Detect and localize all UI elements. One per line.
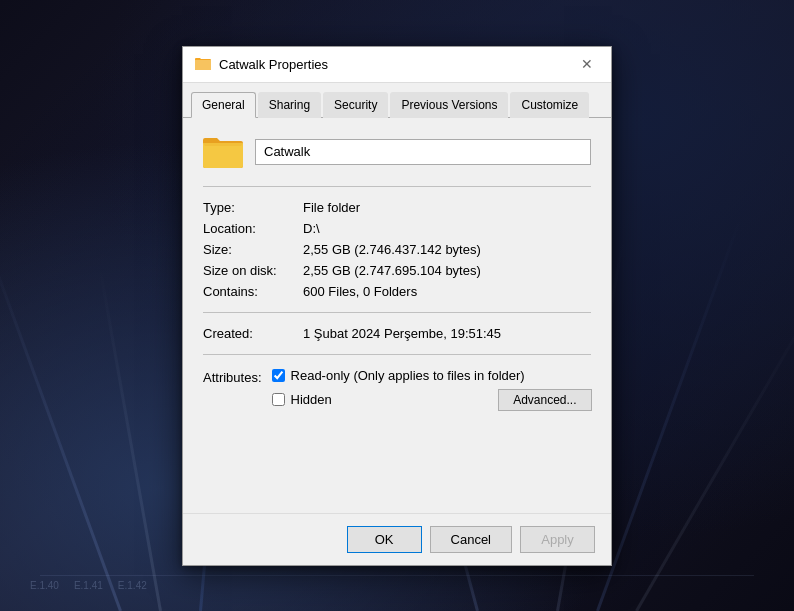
- readonly-label: Read-only (Only applies to files in fold…: [291, 368, 525, 383]
- floor-label-1: E.1.40: [30, 580, 59, 591]
- attributes-options: Read-only (Only applies to files in fold…: [272, 368, 592, 411]
- created-label: Created:: [203, 323, 303, 344]
- folder-name-input[interactable]: [255, 139, 591, 165]
- location-value: D:\: [303, 218, 591, 239]
- divider-3: [203, 354, 591, 355]
- properties-table: Type: File folder Location: D:\ Size: 2,…: [203, 197, 591, 302]
- tab-security[interactable]: Security: [323, 92, 388, 118]
- table-row: Created: 1 Şubat 2024 Perşembe, 19:51:45: [203, 323, 591, 344]
- close-button[interactable]: ✕: [575, 52, 599, 76]
- readonly-row: Read-only (Only applies to files in fold…: [272, 368, 592, 383]
- table-row: Location: D:\: [203, 218, 591, 239]
- hidden-label: Hidden: [291, 392, 332, 407]
- location-label: Location:: [203, 218, 303, 239]
- attributes-section: Attributes: Read-only (Only applies to f…: [203, 365, 591, 414]
- readonly-checkbox[interactable]: [272, 369, 285, 382]
- floor-label-2: E.1.41: [74, 580, 103, 591]
- title-bar-left: Catwalk Properties: [195, 56, 328, 72]
- folder-icon-large: [203, 134, 243, 170]
- floor-label-3: E.1.42: [118, 580, 147, 591]
- advanced-button[interactable]: Advanced...: [498, 389, 591, 411]
- folder-header: [203, 134, 591, 170]
- tabs-bar: General Sharing Security Previous Versio…: [183, 83, 611, 118]
- dialog-footer: OK Cancel Apply: [183, 513, 611, 565]
- tab-customize[interactable]: Customize: [510, 92, 589, 118]
- size-on-disk-label: Size on disk:: [203, 260, 303, 281]
- size-value: 2,55 GB (2.746.437.142 bytes): [303, 239, 591, 260]
- tab-general[interactable]: General: [191, 92, 256, 118]
- type-value: File folder: [303, 197, 591, 218]
- tab-sharing[interactable]: Sharing: [258, 92, 321, 118]
- created-table: Created: 1 Şubat 2024 Perşembe, 19:51:45: [203, 323, 591, 344]
- tab-previous-versions[interactable]: Previous Versions: [390, 92, 508, 118]
- type-label: Type:: [203, 197, 303, 218]
- table-row: Type: File folder: [203, 197, 591, 218]
- attributes-label: Attributes:: [203, 368, 272, 385]
- hidden-checkbox[interactable]: [272, 393, 285, 406]
- table-row: Size on disk: 2,55 GB (2.747.695.104 byt…: [203, 260, 591, 281]
- apply-button[interactable]: Apply: [520, 526, 595, 553]
- title-bar: Catwalk Properties ✕: [183, 47, 611, 83]
- table-row: Size: 2,55 GB (2.746.437.142 bytes): [203, 239, 591, 260]
- created-value: 1 Şubat 2024 Perşembe, 19:51:45: [303, 323, 591, 344]
- divider-1: [203, 186, 591, 187]
- floor-markings: E.1.40 E.1.41 E.1.42: [0, 575, 794, 591]
- cancel-button[interactable]: Cancel: [430, 526, 512, 553]
- dialog-title: Catwalk Properties: [219, 57, 328, 72]
- size-on-disk-value: 2,55 GB (2.747.695.104 bytes): [303, 260, 591, 281]
- divider-2: [203, 312, 591, 313]
- properties-dialog: Catwalk Properties ✕ General Sharing Sec…: [182, 46, 612, 566]
- hidden-row: Hidden Advanced...: [272, 389, 592, 411]
- hidden-checkbox-row: Hidden: [272, 392, 332, 407]
- contains-value: 600 Files, 0 Folders: [303, 281, 591, 302]
- tab-content: Type: File folder Location: D:\ Size: 2,…: [183, 118, 611, 513]
- folder-icon-small: [195, 56, 211, 72]
- readonly-checkbox-row: Read-only (Only applies to files in fold…: [272, 368, 525, 383]
- size-label: Size:: [203, 239, 303, 260]
- table-row: Contains: 600 Files, 0 Folders: [203, 281, 591, 302]
- contains-label: Contains:: [203, 281, 303, 302]
- ok-button[interactable]: OK: [347, 526, 422, 553]
